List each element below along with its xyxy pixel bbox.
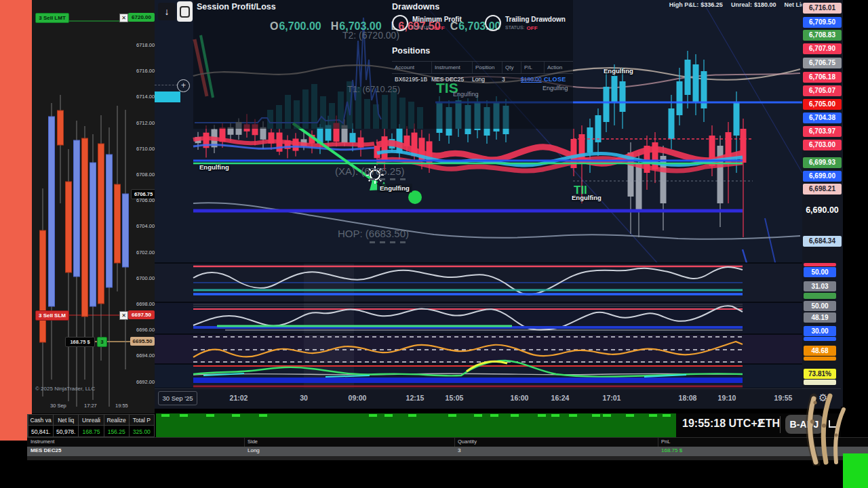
- nt-summary-value: 325.00: [129, 426, 154, 437]
- activity-dash: [551, 414, 559, 417]
- status-label: STATUS:: [505, 25, 525, 31]
- nt-summary-header-row: Cash vaNet liqUnrealiRealizeTotal P: [28, 415, 154, 426]
- cancel-lmt-order-icon[interactable]: ✕: [119, 14, 128, 22]
- activity-dash: [626, 414, 634, 417]
- nt-price-tick: 6694.00: [136, 352, 155, 359]
- sell-slm-price-tag: 6697.50: [128, 310, 155, 319]
- clipped-label-green: [804, 293, 836, 299]
- level-dash: [370, 178, 375, 180]
- round-level-price-label: 6,690.00: [803, 205, 842, 216]
- indicator-scale-label: 50.00: [804, 267, 836, 277]
- nt-price-tick: 6692.00: [136, 379, 155, 385]
- engulfing-label: Engulfing: [572, 194, 601, 201]
- positions-title: Positions: [392, 46, 430, 56]
- activity-dash: [369, 414, 377, 417]
- hop-level-label: HOP: (6683.50): [338, 228, 409, 239]
- nt-price-tick: 6716.00: [136, 68, 155, 74]
- ohlc-value: 6,700.00: [279, 20, 321, 33]
- indicator-scale-label: 48.19: [804, 312, 836, 323]
- position-side: Long: [472, 76, 502, 83]
- positions-col-header: Action: [544, 62, 573, 73]
- activity-dash: [474, 414, 482, 417]
- scroll-down-button[interactable]: ↓: [158, 3, 176, 20]
- activity-dash: [511, 414, 519, 417]
- drawdown-stat: Unreal:$180.00: [731, 1, 776, 8]
- tv-time-tick: 18:08: [679, 394, 697, 402]
- strip-col-header: Instrument: [31, 439, 54, 445]
- nt-account-summary-table: Cash vaNet liqUnrealiRealizeTotal P50,84…: [27, 414, 155, 437]
- strip-table-row[interactable]: MES DEC25Long3168.75 $: [27, 447, 868, 456]
- stat-value: $180.00: [754, 1, 776, 8]
- engulfing-label-gray: Engulfing: [453, 91, 479, 98]
- activity-dash: [448, 414, 456, 417]
- price-scale-label: 6,708.83: [803, 30, 842, 41]
- cancel-slm-order-icon[interactable]: ✕: [119, 311, 128, 320]
- indicator-scale-label: 48.68: [804, 346, 836, 356]
- xa-level-label: (XA): (6705.25): [335, 165, 405, 177]
- add-alert-plus-icon[interactable]: +: [177, 79, 190, 92]
- nt-price-tick: 6714.00: [136, 94, 155, 100]
- sell-lmt-order-tag[interactable]: 3 Sell LMT: [35, 13, 69, 23]
- drawdowns-title: Drawdowns: [392, 2, 439, 12]
- left-dashed-guide: [155, 85, 178, 85]
- price-scale-label: 6,705.00: [803, 99, 842, 110]
- nt-price-tick: 6704.00: [136, 223, 155, 229]
- toggle-name: Minimum Profit: [412, 16, 462, 23]
- position-pnl[interactable]: $180.00: [521, 76, 544, 83]
- tv-time-tick: 16:00: [511, 394, 529, 402]
- nt-summary-header: Realize: [104, 415, 129, 425]
- nt-price-tick: 6718.00: [136, 42, 155, 48]
- nt-price-tick: 6708.00: [136, 171, 155, 178]
- strip-divider: [658, 438, 658, 447]
- positions-col-header: P/L: [521, 62, 544, 73]
- toggle-circle[interactable]: [485, 15, 501, 31]
- level-dash: [400, 241, 406, 243]
- clock-label: 19:55:18 UTC+2: [682, 418, 764, 430]
- level-dash: [390, 178, 395, 180]
- price-scale-label: 6,709.50: [803, 17, 842, 28]
- clipped-label-red: [804, 263, 836, 266]
- frame-icon: [180, 6, 190, 18]
- nt-summary-value-row: 50,841.50,978.168.75156.25325.00: [28, 426, 154, 437]
- price-scale-label: 6,703.97: [803, 126, 842, 137]
- activity-dash: [663, 414, 671, 417]
- date-range-box[interactable]: 30 Sep '25: [158, 391, 197, 405]
- nt-time-tick: 30 Sep: [50, 403, 66, 409]
- activity-dash: [384, 414, 393, 417]
- tv-time-axis[interactable]: [155, 388, 841, 409]
- tv-time-tick: 30: [300, 394, 308, 402]
- activity-dash: [569, 414, 577, 417]
- tv-time-tick: 19:10: [718, 394, 736, 402]
- tv-time-tick: 17:01: [603, 394, 621, 402]
- strip-table-header: InstrumentSideQuantityPnL: [27, 437, 868, 447]
- strip-col-header: PnL: [661, 439, 670, 445]
- close-position-button[interactable]: CLOSE: [544, 76, 573, 83]
- nt-summary-value: 156.25: [104, 426, 129, 437]
- nt-price-tick: 6696.00: [136, 327, 155, 333]
- toggle-circle[interactable]: [392, 15, 408, 31]
- level-dash: [400, 178, 406, 180]
- positions-table-row: BX62195-1B MES DEC25 Long 3 $180.00 CLOS…: [392, 73, 573, 85]
- stat-label: High P&L:: [669, 1, 699, 8]
- strip-cell: 168.75 $: [661, 447, 682, 453]
- activity-dash: [490, 414, 498, 417]
- entry-qty-box: 3: [97, 337, 107, 347]
- sell-slm-order-tag[interactable]: 3 Sell SLM: [35, 310, 69, 321]
- tv-time-tick: 15:05: [446, 394, 464, 402]
- price-scale-label: 6,707.90: [803, 43, 842, 54]
- session-mode-label[interactable]: ETH: [758, 418, 780, 430]
- positions-col-header: Account: [392, 62, 431, 73]
- price-scale-label: 6,716.01: [803, 3, 842, 14]
- nt-summary-value: 50,978.: [53, 426, 78, 437]
- screenshot-button[interactable]: [177, 1, 193, 22]
- positions-col-header: Position: [472, 62, 502, 73]
- position-account: BX62195-1B: [392, 76, 431, 83]
- activity-dash: [408, 414, 416, 417]
- session-panel-title: Session Profit/Loss: [197, 2, 276, 12]
- price-scale-label: 6,703.00: [803, 140, 842, 150]
- engulfing-label: Engulfing: [604, 67, 633, 75]
- nt-summary-value: 50,841.: [28, 426, 53, 437]
- strip-divider: [244, 438, 245, 447]
- position-signal-label: Engulfing: [542, 85, 568, 92]
- strip-cell: Long: [248, 447, 260, 453]
